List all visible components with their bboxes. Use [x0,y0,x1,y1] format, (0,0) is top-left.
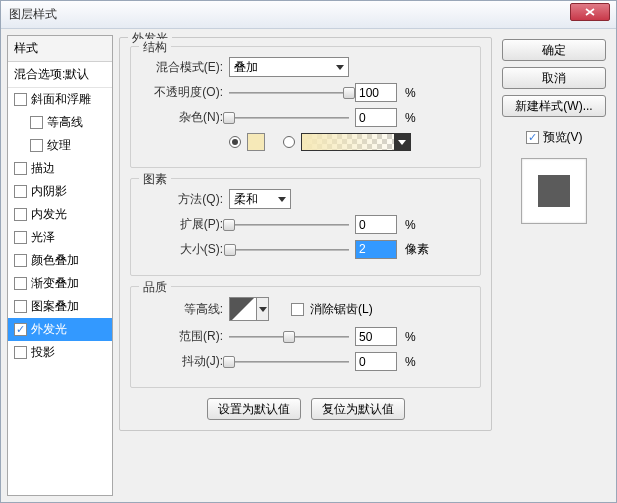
reset-default-button[interactable]: 复位为默认值 [311,398,405,420]
outer-glow-group: 外发光 结构 混合模式(E): 叠加 不透明度(O): [119,37,492,431]
style-item-label: 外发光 [31,321,67,338]
opacity-slider[interactable] [229,84,349,102]
style-checkbox[interactable] [14,93,27,106]
style-checkbox[interactable] [30,139,43,152]
style-item-label: 光泽 [31,229,55,246]
structure-group: 结构 混合模式(E): 叠加 不透明度(O): % [130,46,481,168]
spread-input[interactable] [355,215,397,234]
preview-box [521,158,587,224]
style-item[interactable]: 描边 [8,157,112,180]
style-checkbox[interactable] [14,162,27,175]
spread-label: 扩展(P): [141,216,223,233]
chevron-down-icon [336,65,344,70]
ok-button[interactable]: 确定 [502,39,606,61]
make-default-button[interactable]: 设置为默认值 [207,398,301,420]
new-style-button[interactable]: 新建样式(W)... [502,95,606,117]
style-list-header: 样式 [8,36,112,62]
style-checkbox[interactable] [14,300,27,313]
noise-label: 杂色(N): [141,109,223,126]
gradient-picker[interactable] [301,133,411,151]
style-item-label: 等高线 [47,114,83,131]
size-input[interactable]: 2 [355,240,397,259]
style-item-label: 图案叠加 [31,298,79,315]
style-item-label: 斜面和浮雕 [31,91,91,108]
style-item-label: 内阴影 [31,183,67,200]
blending-options-row[interactable]: 混合选项:默认 [8,62,112,88]
style-checkbox[interactable] [14,323,27,336]
quality-legend: 品质 [139,279,171,296]
technique-label: 方法(Q): [141,191,223,208]
noise-slider[interactable] [229,109,349,127]
elements-group: 图素 方法(Q): 柔和 扩展(P): % [130,178,481,276]
spread-unit: % [405,218,416,232]
jitter-unit: % [405,355,416,369]
size-slider[interactable] [229,241,349,259]
range-unit: % [405,330,416,344]
spread-slider[interactable] [229,216,349,234]
style-checkbox[interactable] [14,277,27,290]
jitter-input[interactable] [355,352,397,371]
contour-picker[interactable] [229,297,257,321]
style-item-label: 描边 [31,160,55,177]
quality-group: 品质 等高线: 消除锯齿(L) 范围(R): [130,286,481,388]
noise-input[interactable] [355,108,397,127]
chevron-down-icon [398,140,406,145]
style-item[interactable]: 内阴影 [8,180,112,203]
range-input[interactable] [355,327,397,346]
noise-unit: % [405,111,416,125]
style-item[interactable]: 内发光 [8,203,112,226]
contour-dropdown[interactable] [257,297,269,321]
range-slider[interactable] [229,328,349,346]
size-label: 大小(S): [141,241,223,258]
preview-checkbox[interactable] [526,131,539,144]
elements-legend: 图素 [139,171,171,188]
titlebar[interactable]: 图层样式 [1,1,616,29]
style-checkbox[interactable] [14,208,27,221]
right-panel: 确定 取消 新建样式(W)... 预览(V) [498,35,610,496]
style-item-label: 纹理 [47,137,71,154]
blend-mode-dropdown[interactable]: 叠加 [229,57,349,77]
size-unit: 像素 [405,241,429,258]
layer-style-dialog: 图层样式 样式 混合选项:默认 斜面和浮雕等高线纹理描边内阴影内发光光泽颜色叠加… [0,0,617,503]
gradient-radio[interactable] [283,136,295,148]
preview-swatch [538,175,570,207]
opacity-input[interactable] [355,83,397,102]
style-item-label: 投影 [31,344,55,361]
close-icon [585,8,595,16]
window-title: 图层样式 [9,6,570,23]
style-item-label: 内发光 [31,206,67,223]
style-checkbox[interactable] [14,346,27,359]
style-item[interactable]: 图案叠加 [8,295,112,318]
close-button[interactable] [570,3,610,21]
chevron-down-icon [259,307,267,312]
range-label: 范围(R): [141,328,223,345]
style-list-panel: 样式 混合选项:默认 斜面和浮雕等高线纹理描边内阴影内发光光泽颜色叠加渐变叠加图… [7,35,113,496]
style-item[interactable]: 颜色叠加 [8,249,112,272]
style-item[interactable]: 外发光 [8,318,112,341]
technique-dropdown[interactable]: 柔和 [229,189,291,209]
style-item[interactable]: 斜面和浮雕 [8,88,112,111]
antialias-checkbox[interactable] [291,303,304,316]
opacity-unit: % [405,86,416,100]
style-item[interactable]: 等高线 [8,111,112,134]
preview-label: 预览(V) [543,129,583,146]
opacity-label: 不透明度(O): [141,84,223,101]
contour-label: 等高线: [141,301,223,318]
color-radio[interactable] [229,136,241,148]
style-checkbox[interactable] [30,116,43,129]
style-item[interactable]: 光泽 [8,226,112,249]
jitter-slider[interactable] [229,353,349,371]
cancel-button[interactable]: 取消 [502,67,606,89]
style-checkbox[interactable] [14,231,27,244]
blend-mode-label: 混合模式(E): [141,59,223,76]
color-swatch[interactable] [247,133,265,151]
jitter-label: 抖动(J): [141,353,223,370]
gradient-dropdown[interactable] [394,134,410,150]
style-checkbox[interactable] [14,185,27,198]
style-item[interactable]: 渐变叠加 [8,272,112,295]
structure-legend: 结构 [139,39,171,56]
style-item[interactable]: 投影 [8,341,112,364]
style-item[interactable]: 纹理 [8,134,112,157]
style-checkbox[interactable] [14,254,27,267]
settings-panel: 外发光 结构 混合模式(E): 叠加 不透明度(O): [119,35,492,496]
